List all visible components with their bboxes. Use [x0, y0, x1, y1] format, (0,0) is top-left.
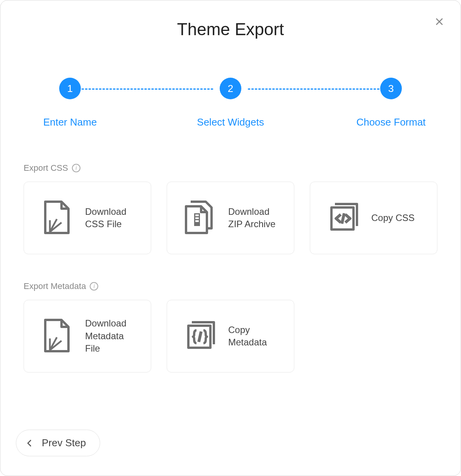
css-file-icon — [37, 199, 74, 236]
download-css-file-card[interactable]: Download CSS File — [24, 182, 151, 254]
section-title: Export Metadata — [24, 281, 86, 291]
section-title: Export CSS — [24, 163, 68, 173]
svg-rect-4 — [195, 218, 199, 219]
card-label: Copy Metadata — [228, 324, 267, 349]
step-select-widgets[interactable]: 2 Select Widgets — [192, 78, 269, 128]
export-css-section: Export CSS i Download CSS File — [16, 163, 445, 254]
svg-rect-5 — [195, 220, 199, 222]
card-label: Download Metadata File — [85, 317, 138, 355]
section-header: Export Metadata i — [24, 281, 437, 291]
prev-step-button[interactable]: Prev Step — [16, 430, 100, 456]
info-icon[interactable]: i — [72, 164, 80, 172]
copy-metadata-card[interactable]: Copy Metadata — [167, 300, 294, 372]
card-label: Download ZIP Archive — [228, 206, 275, 231]
dialog-title: Theme Export — [16, 20, 445, 39]
copy-css-card[interactable]: Copy CSS — [310, 182, 437, 254]
info-icon[interactable]: i — [90, 282, 98, 291]
download-metadata-file-card[interactable]: Download Metadata File — [24, 300, 151, 372]
export-metadata-section: Export Metadata i Download Metadata File — [16, 281, 445, 372]
step-enter-name[interactable]: 1 Enter Name — [31, 78, 109, 128]
card-label: Download CSS File — [85, 206, 126, 231]
close-icon — [435, 17, 444, 26]
step-number-badge: 1 — [59, 78, 81, 99]
step-number-badge: 2 — [220, 78, 241, 99]
svg-line-9 — [199, 332, 201, 342]
metadata-file-icon — [37, 318, 74, 355]
step-label: Enter Name — [43, 116, 97, 128]
section-header: Export CSS i — [24, 163, 437, 173]
card-label: Copy CSS — [371, 212, 415, 224]
prev-step-label: Prev Step — [42, 437, 86, 449]
dialog-footer: Prev Step — [16, 430, 100, 456]
step-choose-format[interactable]: 3 Choose Format — [352, 78, 430, 128]
svg-line-7 — [342, 213, 344, 224]
zip-archive-icon — [180, 199, 217, 236]
close-button[interactable] — [434, 16, 445, 27]
braces-copy-icon — [180, 318, 217, 355]
svg-rect-3 — [195, 214, 199, 216]
download-zip-archive-card[interactable]: Download ZIP Archive — [167, 182, 294, 254]
step-label: Choose Format — [356, 116, 425, 128]
theme-export-dialog: Theme Export 1 Enter Name 2 Select Widge… — [0, 0, 461, 476]
code-copy-icon — [323, 199, 360, 236]
step-label: Select Widgets — [197, 116, 264, 128]
step-number-badge: 3 — [380, 78, 402, 99]
chevron-left-icon — [26, 439, 32, 448]
stepper: 1 Enter Name 2 Select Widgets 3 Choose F… — [16, 78, 445, 128]
